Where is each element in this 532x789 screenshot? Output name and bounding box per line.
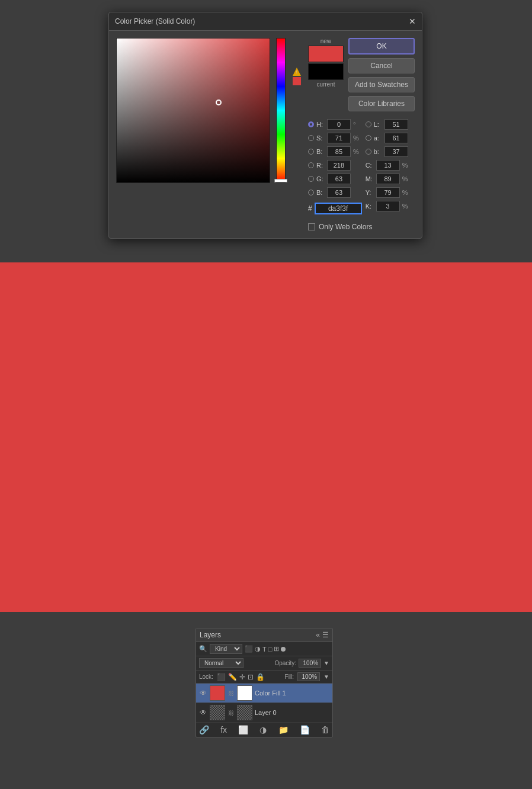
a-input[interactable] <box>384 133 408 143</box>
layer-link-icon-1[interactable]: ⛓ <box>227 689 235 697</box>
h-unit: ° <box>353 121 360 128</box>
a-label: a: <box>374 134 382 142</box>
add-mask-icon[interactable]: ⬜ <box>238 725 248 735</box>
h-radio[interactable] <box>308 121 314 127</box>
adjustment-layer-icon[interactable]: ◑ <box>259 725 267 735</box>
new-layer-icon[interactable]: 📄 <box>300 725 310 735</box>
smart-filter-icon[interactable]: ⊞ <box>274 645 279 653</box>
lock-all-icon[interactable]: 🔒 <box>256 673 265 681</box>
hue-slider-wrapper[interactable] <box>276 38 286 183</box>
s-radio[interactable] <box>308 135 314 141</box>
gamut-swatch[interactable] <box>293 77 301 85</box>
eye-visibility-icon-2[interactable]: 👁 <box>199 708 207 717</box>
fill-label: Fill: <box>285 673 294 680</box>
b3-label: b: <box>374 148 382 155</box>
blend-mode-dropdown[interactable]: Normal <box>199 658 243 668</box>
layers-panel: Layers « ☰ 🔍 Kind ⬛ ◑ T □ ⊞ Normal Opaci… <box>196 628 333 737</box>
h-input[interactable] <box>327 119 351 130</box>
c-label: C: <box>366 162 374 169</box>
color-picker-dialog: Color Picker (Solid Color) ✕ ! new <box>108 12 422 239</box>
web-colors-row: Only Web Colors <box>308 223 415 231</box>
layer-link-icon-2[interactable]: ⛓ <box>227 709 235 716</box>
m-input[interactable] <box>376 174 400 184</box>
l-input[interactable] <box>384 119 408 130</box>
gamut-warning-icon[interactable]: ! <box>293 68 301 76</box>
color-field-overlay <box>117 39 270 182</box>
y-input[interactable] <box>376 187 400 198</box>
s-input[interactable] <box>327 133 351 143</box>
canvas-red-area <box>0 262 532 612</box>
g-input[interactable] <box>327 174 351 184</box>
layers-title: Layers <box>200 631 221 639</box>
b-input[interactable] <box>327 146 351 157</box>
k-input[interactable] <box>376 201 400 211</box>
s-unit: % <box>353 134 360 142</box>
eye-visibility-icon-1[interactable]: 👁 <box>199 689 207 697</box>
layer-thumb-0 <box>210 705 225 720</box>
lock-pixels-icon[interactable]: ✏️ <box>228 673 237 681</box>
layers-menu-button[interactable]: ☰ <box>322 631 329 639</box>
lock-transparent-icon[interactable]: ⬛ <box>217 673 226 681</box>
filter-search: 🔍 <box>199 645 207 653</box>
b3-radio[interactable] <box>366 149 371 155</box>
color-libraries-button[interactable]: Color Libraries <box>348 96 415 111</box>
y-label: Y: <box>366 189 374 196</box>
lock-position-icon[interactable]: ✛ <box>239 673 245 681</box>
r-radio[interactable] <box>308 162 314 168</box>
layer-item-color-fill[interactable]: 👁 ⛓ Color Fill 1 <box>196 684 332 703</box>
g-label: G: <box>316 175 325 182</box>
fill-chevron-icon[interactable]: ▼ <box>323 673 329 680</box>
kind-dropdown[interactable]: Kind <box>210 644 242 654</box>
color-swatches-block: new current <box>308 38 344 88</box>
opacity-input[interactable] <box>299 659 321 668</box>
text-filter-icon[interactable]: T <box>262 646 267 653</box>
opacity-label: Opacity: <box>274 660 296 666</box>
link-layers-icon[interactable]: 🔗 <box>199 725 209 735</box>
shape-filter-icon[interactable]: □ <box>268 646 273 653</box>
hex-input[interactable] <box>315 203 362 214</box>
lock-icons: ⬛ ✏️ ✛ ⊡ 🔒 <box>217 673 265 681</box>
hue-slider[interactable] <box>276 38 286 183</box>
current-label: current <box>316 81 335 88</box>
g-row: G: <box>308 173 362 185</box>
s-row: S: % <box>308 132 362 144</box>
web-colors-checkbox[interactable] <box>308 223 315 230</box>
pixel-filter-icon[interactable]: ⬛ <box>245 645 253 653</box>
opacity-chevron-icon[interactable]: ▼ <box>323 660 329 666</box>
dialog-titlebar: Color Picker (Solid Color) ✕ <box>109 12 422 31</box>
fx-icon[interactable]: fx <box>220 725 227 735</box>
h-label: H: <box>316 121 325 128</box>
layer-item-layer0[interactable]: 👁 ⛓ Layer 0 <box>196 703 332 723</box>
b3-input[interactable] <box>384 146 408 157</box>
color-gradient-wrapper[interactable] <box>116 38 270 183</box>
y-unit: % <box>402 189 409 196</box>
buttons-col: OK Cancel Add to Swatches Color Librarie… <box>348 38 415 111</box>
r-label: R: <box>316 162 325 169</box>
current-color-swatch[interactable] <box>308 63 344 80</box>
ok-button[interactable]: OK <box>348 38 415 54</box>
cancel-button[interactable]: Cancel <box>348 58 415 73</box>
c-input[interactable] <box>376 160 400 171</box>
delete-layer-icon[interactable]: 🗑 <box>321 725 329 735</box>
b-radio[interactable] <box>308 149 314 155</box>
new-color-swatch[interactable] <box>308 46 344 62</box>
layers-collapse-button[interactable]: « <box>316 631 320 639</box>
adjustment-filter-icon[interactable]: ◑ <box>255 645 261 653</box>
lock-artboard-icon[interactable]: ⊡ <box>248 673 254 681</box>
layer-name-color-fill: Color Fill 1 <box>255 689 329 697</box>
dialog-title: Color Picker (Solid Color) <box>115 17 195 25</box>
add-to-swatches-button[interactable]: Add to Swatches <box>348 77 415 92</box>
r-input[interactable] <box>327 160 351 171</box>
l-radio[interactable] <box>366 121 371 127</box>
blend-mode-row: Normal Opacity: ▼ <box>196 656 332 671</box>
a-radio[interactable] <box>366 135 371 141</box>
fill-input[interactable] <box>297 672 320 681</box>
color-gradient-field[interactable] <box>116 38 270 183</box>
folder-icon[interactable]: 📁 <box>278 725 289 735</box>
b2-radio[interactable] <box>308 190 314 195</box>
s-label: S: <box>316 134 325 142</box>
inputs-right: L: a: b: <box>366 118 409 214</box>
g-radio[interactable] <box>308 176 314 182</box>
dialog-close-button[interactable]: ✕ <box>409 17 416 25</box>
b2-input[interactable] <box>327 187 351 198</box>
